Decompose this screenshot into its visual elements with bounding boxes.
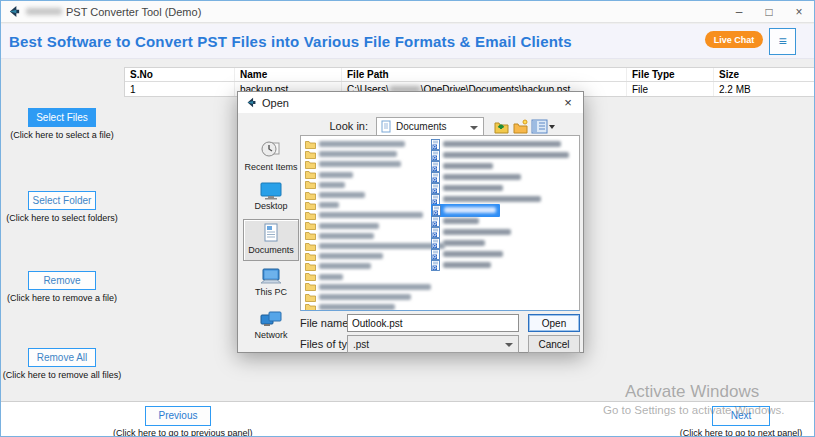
file-list[interactable] (300, 135, 580, 311)
file-name-input[interactable] (347, 314, 519, 332)
maximize-button[interactable]: □ (754, 1, 784, 23)
view-menu-button[interactable] (531, 118, 555, 135)
pst-file-item[interactable] (431, 227, 511, 237)
new-folder-button[interactable] (512, 118, 529, 135)
up-folder-icon (493, 118, 510, 135)
folder-item[interactable] (305, 159, 401, 169)
folder-item[interactable] (305, 210, 423, 220)
pst-file-item[interactable] (431, 139, 561, 149)
remove-button[interactable]: Remove (28, 271, 96, 290)
folder-item[interactable] (305, 200, 339, 210)
place-label: Network (243, 330, 299, 340)
open-file-dialog: Open × Look in: Documents (237, 91, 584, 353)
minimize-button[interactable]: – (724, 1, 754, 23)
folder-item[interactable] (305, 180, 345, 190)
place-recent-items[interactable]: Recent Items (243, 137, 299, 177)
col-size[interactable]: Size (714, 68, 815, 81)
table-header-row: S.No Name File Path File Type Size (125, 68, 815, 82)
pst-file-item[interactable] (431, 150, 569, 160)
folder-item[interactable] (305, 241, 445, 251)
hamburger-menu-button[interactable]: ≡ (769, 28, 796, 55)
app-window: PST Converter Tool (Demo) – □ × Best Sof… (0, 0, 815, 437)
app-logo-icon (8, 5, 21, 18)
place-network[interactable]: Network (243, 307, 299, 347)
pst-file-item[interactable] (431, 260, 491, 270)
folder-item[interactable] (305, 190, 365, 200)
select-folder-caption: (Click here to select folders) (1, 213, 123, 223)
file-name-label: File name: (300, 317, 351, 329)
pst-file-item[interactable] (431, 238, 485, 248)
col-name[interactable]: Name (235, 68, 342, 81)
pst-file-item[interactable] (431, 183, 503, 193)
select-files-group: Select Files (Click here to select a fil… (1, 107, 123, 140)
network-icon (259, 309, 283, 329)
pst-file-item[interactable] (431, 161, 493, 171)
remove-all-caption: (Click here to remove all files) (1, 370, 123, 380)
pst-file-item[interactable] (431, 194, 541, 204)
redacted-brand-name (26, 8, 62, 15)
window-controls: – □ × (724, 1, 814, 23)
folder-item[interactable] (305, 282, 431, 292)
page-title: Best Software to Convert PST Files into … (9, 33, 572, 50)
select-folder-group: Select Folder (Click here to select fold… (1, 190, 123, 223)
close-button[interactable]: × (784, 1, 814, 23)
place-documents[interactable]: Documents (243, 219, 299, 261)
window-title: PST Converter Tool (Demo) (66, 6, 201, 18)
folder-item[interactable] (305, 170, 353, 180)
place-this-pc[interactable]: This PC (243, 265, 299, 305)
watermark-line1: Activate Windows (603, 382, 785, 402)
folder-item[interactable] (305, 231, 374, 241)
folder-item[interactable] (305, 272, 343, 282)
cell-sno: 1 (125, 82, 235, 96)
header-bar: Best Software to Convert PST Files into … (1, 24, 814, 59)
next-button[interactable]: Next (712, 406, 770, 426)
documents-folder-icon (381, 120, 392, 133)
live-chat-button[interactable]: Live Chat (705, 31, 763, 48)
folder-item[interactable] (305, 261, 371, 271)
pst-file-item[interactable] (431, 172, 521, 182)
select-folder-button[interactable]: Select Folder (28, 191, 96, 210)
dialog-close-icon[interactable]: × (553, 92, 583, 113)
remove-all-group: Remove All (Click here to remove all fil… (1, 347, 123, 380)
col-sno[interactable]: S.No (125, 68, 235, 81)
folder-item[interactable] (305, 221, 379, 231)
pst-file-item-selected[interactable] (431, 205, 500, 215)
cell-size: 2.2 MB (714, 82, 815, 96)
select-files-caption: (Click here to select a file) (1, 130, 123, 140)
look-in-value: Documents (396, 121, 447, 132)
pst-file-item[interactable] (431, 216, 479, 226)
cancel-button[interactable]: Cancel (528, 335, 580, 353)
col-path[interactable]: File Path (342, 68, 627, 81)
places-rail: Recent Items Desktop Documents (243, 135, 299, 344)
view-menu-icon (531, 118, 555, 135)
hamburger-icon: ≡ (778, 33, 786, 49)
recent-items-icon (260, 139, 282, 161)
previous-button[interactable]: Previous (145, 406, 211, 426)
folder-item[interactable] (305, 149, 397, 159)
remove-group: Remove (Click here to remove a file) (1, 270, 123, 303)
folder-item[interactable] (305, 251, 383, 261)
new-folder-icon (512, 118, 529, 135)
select-files-button[interactable]: Select Files (28, 108, 96, 127)
previous-caption: (Click here to go to previous panel) (113, 428, 243, 437)
folder-item[interactable] (305, 292, 411, 302)
open-button[interactable]: Open (528, 314, 580, 332)
previous-group: Previous (Click here to go to previous p… (113, 405, 243, 437)
place-desktop[interactable]: Desktop (243, 179, 299, 219)
look-in-dropdown[interactable]: Documents (376, 117, 484, 136)
look-in-label: Look in: (302, 120, 368, 132)
col-type[interactable]: File Type (627, 68, 714, 81)
next-group: Next (Click here to go to next panel) (676, 405, 806, 437)
up-one-level-button[interactable] (493, 118, 510, 135)
place-label: This PC (243, 287, 299, 297)
this-pc-icon (259, 267, 283, 286)
remove-all-button[interactable]: Remove All (28, 348, 96, 367)
place-label: Recent Items (243, 162, 299, 172)
folder-item[interactable] (305, 139, 405, 149)
pst-file-item[interactable] (431, 249, 503, 259)
files-of-type-dropdown[interactable]: .pst (347, 335, 519, 353)
chevron-down-icon (505, 343, 513, 347)
next-caption: (Click here to go to next panel) (676, 428, 806, 437)
folder-item[interactable] (305, 302, 395, 311)
documents-icon (262, 222, 280, 244)
